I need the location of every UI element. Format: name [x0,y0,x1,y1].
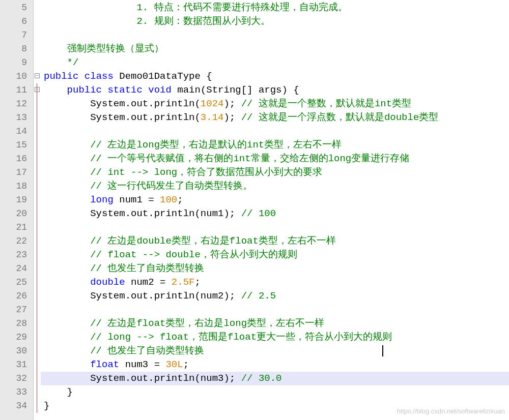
code-line[interactable] [41,28,509,42]
code-line[interactable]: // 一个等号代表赋值，将右侧的int常量，交给左侧的long变量进行存储 [41,152,509,166]
line-number: 32 [0,372,33,385]
line-number: 18 [0,179,33,193]
code-line[interactable]: 1. 特点：代码不需要进行特殊处理，自动完成。 [41,1,509,15]
code-line[interactable]: System.out.println(num3); // 30.0 [41,372,509,385]
line-number: 5 [0,1,33,15]
code-line[interactable]: long num1 = 100; [41,193,509,207]
line-number: 25 [0,276,33,289]
text-caret [382,345,383,356]
line-number: 12 [0,97,33,111]
line-number: 13 [0,111,33,125]
line-number: 19 [0,193,33,207]
line-number: 8 [0,42,33,56]
line-number: 30 [0,344,33,358]
code-line[interactable]: // 也发生了自动类型转换 [41,262,509,276]
line-number: 28 [0,317,33,331]
code-line[interactable]: System.out.println(1024); // 这就是一个整数，默认就… [41,97,509,111]
line-number: 10 [0,70,33,83]
line-number-gutter: 5678910111213141516171819202122232425262… [0,0,34,420]
code-lines[interactable]: 1. 特点：代码不需要进行特殊处理，自动完成。 2. 规则：数据范围从小到大。 … [41,0,509,420]
code-line[interactable]: System.out.println(num2); // 2.5 [41,289,509,303]
fold-guide [37,97,37,399]
code-line[interactable]: */ [41,56,509,70]
fold-toggle[interactable]: − [35,73,40,78]
line-number: 6 [0,15,33,28]
code-line[interactable]: // 这一行代码发生了自动类型转换。 [41,179,509,193]
line-number: 29 [0,331,33,344]
code-line[interactable] [41,303,509,317]
line-number: 31 [0,358,33,372]
code-line[interactable]: 强制类型转换（显式） [41,42,509,56]
line-number: 7 [0,28,33,42]
code-line[interactable] [41,125,509,138]
fold-column: −− [34,0,41,420]
line-number: 26 [0,289,33,303]
code-line[interactable]: } [41,385,509,399]
code-line[interactable]: // 也发生了自动类型转换 [41,344,509,358]
code-line[interactable]: // 左边是long类型，右边是默认的int类型，左右不一样 [41,138,509,152]
code-line[interactable]: // 左边是double类型，右边是float类型，左右不一样 [41,234,509,248]
code-line[interactable]: // 左边是float类型，右边是long类型，左右不一样 [41,317,509,331]
code-line[interactable]: // long --> float，范围是float更大一些，符合从小到大的规则 [41,331,509,344]
line-number: 17 [0,166,33,179]
code-line[interactable]: System.out.println(num1); // 100 [41,207,509,221]
code-line[interactable]: public class Demo01DataType { [41,70,509,83]
code-area[interactable]: 1. 特点：代码不需要进行特殊处理，自动完成。 2. 规则：数据范围从小到大。 … [41,0,509,420]
line-number: 14 [0,125,33,138]
code-line[interactable] [41,221,509,234]
code-line[interactable]: float num3 = 30L; [41,358,509,372]
line-number: 15 [0,138,33,152]
code-line[interactable]: public static void main(String[] args) { [41,83,509,97]
line-number: 23 [0,248,33,262]
code-line[interactable]: System.out.println(3.14); // 这就是一个浮点数，默认… [41,111,509,125]
code-line[interactable]: // float --> double，符合从小到大的规则 [41,248,509,262]
code-line[interactable]: } [41,399,509,413]
line-number: 20 [0,207,33,221]
fold-toggle[interactable]: − [35,87,40,92]
line-number: 22 [0,234,33,248]
code-line[interactable]: 2. 规则：数据范围从小到大。 [41,15,509,28]
line-number: 27 [0,303,33,317]
code-line[interactable]: // int --> long，符合了数据范围从小到大的要求 [41,166,509,179]
line-number: 21 [0,221,33,234]
line-number: 11 [0,83,33,97]
line-number: 34 [0,399,33,413]
code-line[interactable]: double num2 = 2.5F; [41,276,509,289]
line-number: 16 [0,152,33,166]
line-number: 24 [0,262,33,276]
line-number: 9 [0,56,33,70]
code-editor[interactable]: 5678910111213141516171819202122232425262… [0,0,509,420]
line-number: 33 [0,385,33,399]
